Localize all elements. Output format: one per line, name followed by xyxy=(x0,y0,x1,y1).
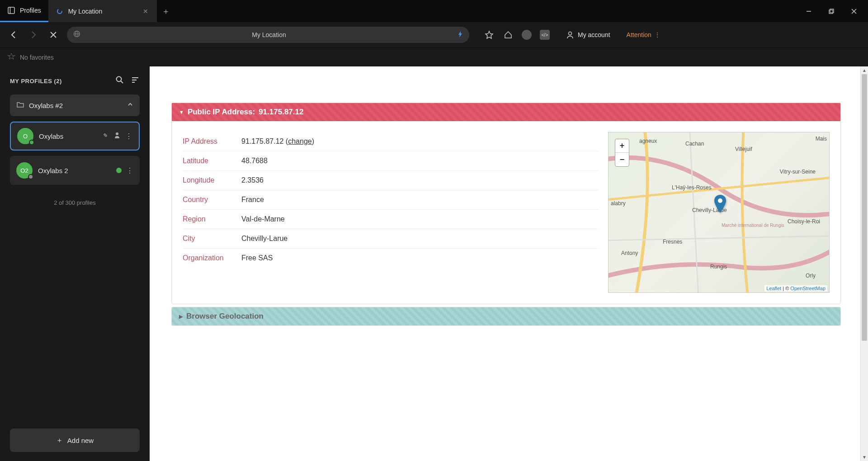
profile-item-oxylabs[interactable]: O Oxylabs ⋮ xyxy=(10,122,140,151)
toolbar: My Location </> My account Attention ⋮ xyxy=(0,22,868,47)
change-link[interactable]: change xyxy=(288,137,312,145)
label: Region xyxy=(183,215,241,223)
attention-link[interactable]: Attention ⋮ xyxy=(627,31,660,38)
scroll-up-button[interactable]: ▲ xyxy=(861,66,868,74)
map-place: Marché international de Rungis xyxy=(722,223,784,228)
back-button[interactable] xyxy=(7,28,20,41)
ip-panel-header[interactable]: ▼ Public IP Address: 91.175.87.12 xyxy=(172,103,840,121)
map-place: L'Haÿ-les-Roses xyxy=(672,184,712,191)
label: City xyxy=(183,235,241,243)
map-place: Villejuif xyxy=(735,146,752,152)
svg-line-15 xyxy=(121,81,123,83)
avatar: O2 xyxy=(16,162,33,179)
zoom-in-button[interactable]: + xyxy=(615,139,629,153)
forward-button[interactable] xyxy=(27,28,40,41)
ip-panel-body: IP Address 91.175.87.12 (change) Latitud… xyxy=(172,121,840,304)
bookmark-button[interactable] xyxy=(484,29,495,40)
avatar-initials: O xyxy=(23,133,28,140)
sidebar: MY PROFILES (2) Oxylabs #2 O xyxy=(0,66,150,461)
leaflet-link[interactable]: Leaflet xyxy=(766,286,781,291)
scrollbar[interactable]: ▲ ▼ xyxy=(860,66,868,461)
extension-icon-2[interactable]: </> xyxy=(540,30,550,40)
row-organization: Organization Free SAS xyxy=(183,249,599,268)
link-icon[interactable] xyxy=(102,132,109,141)
favorites-star-icon xyxy=(7,52,15,62)
add-new-button[interactable]: ＋ Add new xyxy=(10,428,140,452)
map[interactable]: agneux Cachan Villejuif Mais Vitry-sur-S… xyxy=(608,132,830,293)
spinner-icon xyxy=(56,7,64,15)
svg-rect-4 xyxy=(829,10,833,14)
folder-name: Oxylabs #2 xyxy=(29,102,123,109)
menu-icon: ⋮ xyxy=(654,31,660,38)
label: Organization xyxy=(183,254,241,262)
extension-icon-1[interactable] xyxy=(522,30,532,40)
sidebar-title: MY PROFILES (2) xyxy=(10,78,62,85)
sort-button[interactable] xyxy=(131,75,140,86)
svg-point-14 xyxy=(117,77,122,82)
person-icon[interactable] xyxy=(113,132,121,141)
profile-actions: ⋮ xyxy=(116,166,133,175)
geo-header-label: Browser Geolocation xyxy=(186,312,264,321)
close-button[interactable] xyxy=(844,4,864,19)
maximize-button[interactable] xyxy=(821,4,842,19)
profile-name: Oxylabs 2 xyxy=(38,167,111,174)
svg-point-19 xyxy=(116,132,118,135)
osm-link[interactable]: OpenStreetMap xyxy=(790,286,826,291)
status-dot xyxy=(29,140,34,145)
value: Val-de-Marne xyxy=(241,215,285,223)
value: 48.7688 xyxy=(241,157,268,165)
tab-profiles[interactable]: Profiles xyxy=(0,0,48,22)
minimize-button[interactable] xyxy=(798,4,819,19)
profiles-count: 2 of 300 profiles xyxy=(10,199,140,206)
url-text: My Location xyxy=(85,31,453,38)
account-label: My account xyxy=(578,31,610,38)
window-controls xyxy=(798,4,868,19)
avatar: O xyxy=(17,128,33,144)
folder-icon xyxy=(16,100,24,110)
tab-label: Profiles xyxy=(20,7,41,14)
home-button[interactable] xyxy=(503,29,514,40)
scroll-thumb[interactable] xyxy=(862,74,867,341)
bolt-icon[interactable] xyxy=(458,31,463,39)
more-icon[interactable]: ⋮ xyxy=(125,132,132,141)
stop-button[interactable] xyxy=(47,28,60,41)
geo-panel-header[interactable]: ▶ Browser Geolocation xyxy=(172,307,840,325)
ip-panel: ▼ Public IP Address: 91.175.87.12 IP Add… xyxy=(171,103,841,304)
content: ▼ Public IP Address: 91.175.87.12 IP Add… xyxy=(150,66,868,461)
svg-rect-0 xyxy=(8,7,14,14)
person-icon xyxy=(566,31,574,39)
row-country: Country France xyxy=(183,190,599,210)
map-marker-icon xyxy=(714,195,726,213)
zoom-out-button[interactable]: − xyxy=(615,153,629,166)
info-table: IP Address 91.175.87.12 (change) Latitud… xyxy=(183,132,599,293)
more-icon[interactable]: ⋮ xyxy=(126,166,133,175)
scroll-down-button[interactable]: ▼ xyxy=(861,453,868,461)
account-link[interactable]: My account xyxy=(566,31,610,39)
tab-group: Profiles My Location ✕ ＋ xyxy=(0,0,175,22)
add-new-label: Add new xyxy=(67,437,94,444)
value: Free SAS xyxy=(241,254,273,262)
tab-mylocation[interactable]: My Location ✕ xyxy=(48,0,157,22)
row-latitude: Latitude 48.7688 xyxy=(183,151,599,171)
plus-icon: ＋ xyxy=(56,436,63,445)
titlebar: Profiles My Location ✕ ＋ xyxy=(0,0,868,22)
label: Latitude xyxy=(183,157,241,165)
tab-label: My Location xyxy=(68,8,102,15)
row-region: Region Val-de-Marne xyxy=(183,210,599,229)
value: 2.3536 xyxy=(241,176,264,184)
map-place: Choisy-le-Roi xyxy=(788,218,820,225)
profile-item-oxylabs2[interactable]: O2 Oxylabs 2 ⋮ xyxy=(10,156,140,185)
folder-oxylabs2[interactable]: Oxylabs #2 xyxy=(10,94,140,116)
ip-header-value: 91.175.87.12 xyxy=(259,108,303,117)
close-icon[interactable]: ✕ xyxy=(142,7,150,15)
caret-down-icon: ▼ xyxy=(179,109,184,115)
new-tab-button[interactable]: ＋ xyxy=(157,2,175,20)
map-zoom-controls: + − xyxy=(615,139,629,167)
url-bar[interactable]: My Location xyxy=(67,27,469,43)
label: IP Address xyxy=(183,137,241,146)
status-indicator xyxy=(116,168,122,173)
label: Longitude xyxy=(183,176,241,184)
search-button[interactable] xyxy=(115,75,124,86)
favorites-empty-label: No favorites xyxy=(20,54,54,61)
value: France xyxy=(241,196,264,204)
